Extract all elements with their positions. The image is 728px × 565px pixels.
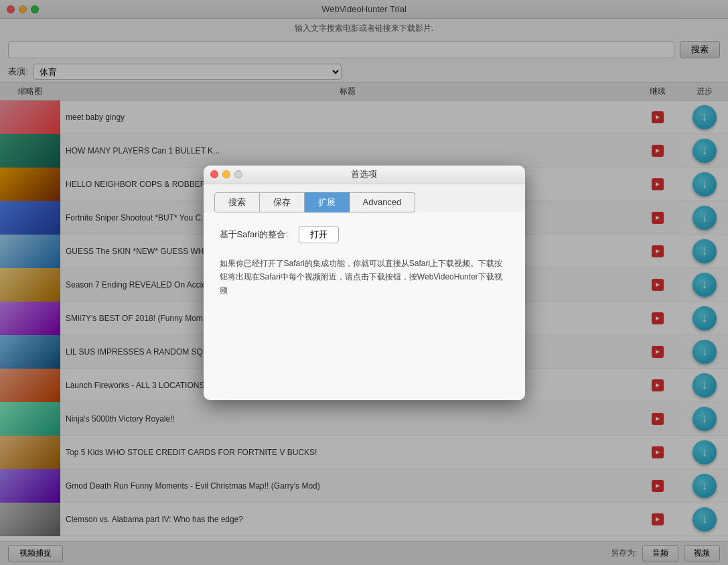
modal-close-button[interactable] [210, 170, 218, 178]
tab-advanced[interactable]: Advanced [350, 192, 416, 212]
modal-description: 如果你已经打开了Safari的集成功能，你就可以直接从Safari上下载视频。下… [220, 257, 509, 298]
modal-maximize-button[interactable] [234, 170, 242, 178]
modal-body: 基于Safari的整合: 打开 如果你已经打开了Safari的集成功能，你就可以… [204, 212, 525, 400]
tab-extend[interactable]: 扩展 [305, 192, 350, 212]
tab-search[interactable]: 搜索 [214, 192, 260, 212]
preferences-modal: 首选项 搜索 保存 扩展 Advanced 基于Safari的整合: 打开 如果… [204, 166, 525, 400]
modal-titlebar: 首选项 [204, 166, 525, 184]
tab-save[interactable]: 保存 [260, 192, 305, 212]
modal-traffic-lights [210, 170, 242, 178]
safari-value-button[interactable]: 打开 [299, 226, 339, 243]
modal-tabs: 搜索 保存 扩展 Advanced [204, 184, 525, 212]
safari-label: 基于Safari的整合: [220, 229, 289, 241]
modal-overlay: 首选项 搜索 保存 扩展 Advanced 基于Safari的整合: 打开 如果… [0, 0, 728, 565]
modal-minimize-button[interactable] [222, 170, 230, 178]
safari-integration-row: 基于Safari的整合: 打开 [220, 226, 509, 243]
modal-title: 首选项 [351, 168, 377, 180]
